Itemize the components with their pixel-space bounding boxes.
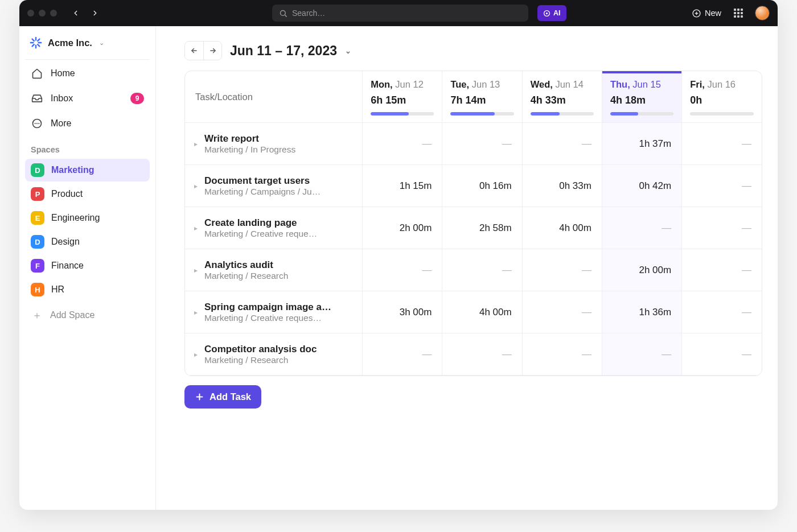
column-header-day-0[interactable]: Mon, Jun 12 6h 15m xyxy=(363,71,442,123)
time-cell[interactable]: — xyxy=(682,333,762,376)
column-header-day-3[interactable]: Thu, Jun 15 4h 18m xyxy=(602,71,681,123)
time-cell[interactable]: — xyxy=(363,123,442,165)
time-cell[interactable]: — xyxy=(522,333,602,376)
task-row: ▸ Spring campaign image a… Marketing / C… xyxy=(185,291,762,333)
window-traffic-lights xyxy=(27,10,57,17)
expand-caret-icon[interactable]: ▸ xyxy=(191,224,201,232)
task-cell[interactable]: ▸ Create landing page Marketing / Creati… xyxy=(185,209,362,247)
nav-more[interactable]: More xyxy=(25,112,150,135)
time-cell[interactable]: 1h 37m xyxy=(602,123,681,165)
time-cell[interactable]: 3h 00m xyxy=(363,291,442,333)
task-row: ▸ Document target users Marketing / Camp… xyxy=(185,165,762,207)
day-progress-bar xyxy=(371,112,434,116)
expand-caret-icon[interactable]: ▸ xyxy=(191,308,201,316)
column-header-day-2[interactable]: Wed, Jun 14 4h 33m xyxy=(522,71,602,123)
time-cell[interactable]: 1h 36m xyxy=(602,291,681,333)
task-cell[interactable]: ▸ Write report Marketing / In Progress xyxy=(185,125,362,163)
time-cell[interactable]: — xyxy=(442,249,522,291)
time-cell[interactable]: — xyxy=(442,123,522,165)
time-cell[interactable]: — xyxy=(602,333,681,376)
week-nav xyxy=(184,41,222,60)
search-placeholder: Search… xyxy=(292,9,325,18)
expand-caret-icon[interactable]: ▸ xyxy=(191,350,201,358)
sidebar-space-engineering[interactable]: E Engineering xyxy=(25,207,150,229)
history-back-button[interactable] xyxy=(68,6,83,20)
sidebar-space-hr[interactable]: H HR xyxy=(25,278,150,301)
task-location: Marketing / Creative reque… xyxy=(204,229,354,239)
day-progress-bar xyxy=(690,112,754,116)
time-cell[interactable]: 0h 42m xyxy=(602,165,681,207)
svg-point-3 xyxy=(546,12,548,14)
expand-caret-icon[interactable]: ▸ xyxy=(191,140,201,148)
nav-inbox[interactable]: Inbox 9 xyxy=(25,87,150,110)
time-cell[interactable]: — xyxy=(522,123,602,165)
day-total: 6h 15m xyxy=(371,94,434,106)
task-title: Analytics audit xyxy=(204,259,354,271)
time-cell[interactable]: 4h 00m xyxy=(522,207,602,249)
task-title: Spring campaign image a… xyxy=(204,302,354,313)
time-cell[interactable]: 1h 15m xyxy=(363,165,442,207)
column-header-day-1[interactable]: Tue, Jun 13 7h 14m xyxy=(442,71,522,123)
svg-line-1 xyxy=(285,15,286,17)
new-button[interactable]: New xyxy=(692,9,721,18)
add-space-button[interactable]: ＋ Add Space xyxy=(25,303,150,327)
space-label: Product xyxy=(51,189,83,199)
task-title: Write report xyxy=(204,133,354,145)
sidebar-space-marketing[interactable]: D Marketing xyxy=(25,159,150,182)
task-cell[interactable]: ▸ Analytics audit Marketing / Research xyxy=(185,251,362,289)
workspace-name: Acme Inc. xyxy=(48,38,92,48)
next-week-button[interactable] xyxy=(203,42,221,60)
traffic-light-max[interactable] xyxy=(50,10,57,17)
traffic-light-min[interactable] xyxy=(39,10,46,17)
time-cell[interactable]: — xyxy=(682,249,762,291)
time-cell[interactable]: — xyxy=(682,165,762,207)
time-cell[interactable]: — xyxy=(602,207,681,249)
task-cell[interactable]: ▸ Competitor analysis doc Marketing / Re… xyxy=(185,336,362,373)
task-location: Marketing / Creative reques… xyxy=(204,313,354,323)
space-icon: H xyxy=(31,283,44,296)
user-avatar[interactable] xyxy=(755,6,770,20)
sidebar-space-finance[interactable]: F Finance xyxy=(25,254,150,277)
date-range-picker[interactable]: Jun 11 – 17, 2023 ⌄ xyxy=(230,43,351,59)
add-task-button[interactable]: Add Task xyxy=(184,385,261,409)
apps-grid-icon[interactable] xyxy=(734,9,743,18)
time-cell[interactable]: 2h 00m xyxy=(602,249,681,291)
plus-icon: ＋ xyxy=(31,309,43,321)
time-cell[interactable]: — xyxy=(442,333,522,376)
time-cell[interactable]: 2h 58m xyxy=(442,207,522,249)
time-cell[interactable]: — xyxy=(363,333,442,376)
time-cell[interactable]: 0h 16m xyxy=(442,165,522,207)
workspace-switcher[interactable]: Acme Inc. ⌄ xyxy=(25,26,150,60)
expand-caret-icon[interactable]: ▸ xyxy=(191,266,201,274)
time-cell[interactable]: — xyxy=(682,291,762,333)
sidebar-space-product[interactable]: P Product xyxy=(25,183,150,205)
svg-line-13 xyxy=(32,44,34,46)
time-cell[interactable]: — xyxy=(363,249,442,291)
day-progress-bar xyxy=(610,112,673,116)
time-cell[interactable]: 4h 00m xyxy=(442,291,522,333)
space-icon: P xyxy=(31,187,44,201)
traffic-light-close[interactable] xyxy=(27,10,34,17)
nav-home[interactable]: Home xyxy=(25,62,150,85)
prev-week-button[interactable] xyxy=(185,42,203,60)
time-cell[interactable]: — xyxy=(682,207,762,249)
task-cell[interactable]: ▸ Document target users Marketing / Camp… xyxy=(185,167,362,205)
timesheet-table: Task/Location Mon, Jun 12 6h 15m Tue, Ju… xyxy=(184,71,762,376)
expand-caret-icon[interactable]: ▸ xyxy=(191,182,201,190)
history-forward-button[interactable] xyxy=(88,6,102,20)
time-cell[interactable]: — xyxy=(522,249,602,291)
sidebar-space-design[interactable]: D Design xyxy=(25,230,150,253)
search-input[interactable]: Search… xyxy=(272,5,528,22)
svg-line-11 xyxy=(32,39,34,41)
time-cell[interactable]: 2h 00m xyxy=(363,207,442,249)
space-icon: D xyxy=(31,235,44,249)
space-icon: E xyxy=(31,211,44,225)
time-cell[interactable]: — xyxy=(682,123,762,165)
time-cell[interactable]: — xyxy=(522,291,602,333)
space-label: Finance xyxy=(51,261,84,271)
task-cell[interactable]: ▸ Spring campaign image a… Marketing / C… xyxy=(185,294,362,331)
ai-button[interactable]: AI xyxy=(537,5,566,21)
time-cell[interactable]: 0h 33m xyxy=(522,165,602,207)
column-header-task: Task/Location xyxy=(185,71,363,123)
column-header-day-4[interactable]: Fri, Jun 16 0h xyxy=(682,71,762,123)
